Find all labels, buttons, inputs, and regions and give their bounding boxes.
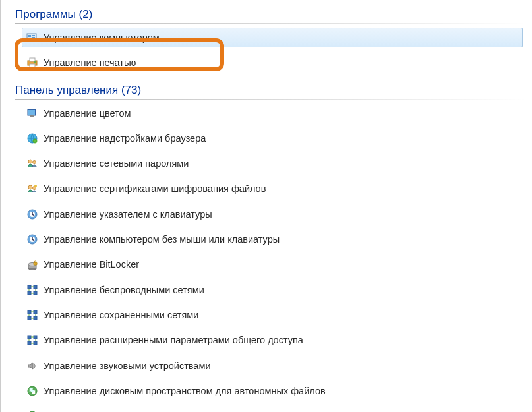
section-header-programs: Программы (2) <box>15 8 527 22</box>
svg-point-15 <box>28 160 32 163</box>
color-icon <box>26 107 38 119</box>
result-label: Управление сетевыми паролями <box>44 157 189 170</box>
svg-rect-31 <box>28 285 31 289</box>
svg-rect-10 <box>28 110 35 115</box>
sound-icon <box>26 360 38 372</box>
result-label: Управление беспроводными сетями <box>44 283 204 297</box>
saved-networks-icon <box>26 309 38 321</box>
svg-rect-48 <box>34 336 37 339</box>
result-sound-devices[interactable]: Управление звуковыми устройствами <box>22 356 523 376</box>
result-offline-files[interactable]: Управление автономными файлами <box>22 406 523 412</box>
result-saved-networks[interactable]: Управление сохраненными сетями <box>22 305 523 325</box>
result-label: Управление печатью <box>44 56 136 69</box>
svg-point-8 <box>34 61 36 63</box>
browser-addons-icon <box>26 132 38 144</box>
svg-rect-7 <box>30 64 35 67</box>
computer-mgmt-icon <box>26 32 38 44</box>
result-print-management[interactable]: Управление печатью <box>22 53 523 73</box>
result-disk-offline-files[interactable]: Управление дисковым пространством для ав… <box>22 381 523 401</box>
svg-rect-49 <box>28 341 31 345</box>
svg-rect-33 <box>28 291 31 295</box>
result-label: Управление компьютером без мыши или клав… <box>44 233 280 246</box>
certificates-icon <box>26 183 38 195</box>
result-label: Управление компьютером <box>44 31 160 44</box>
accessibility-icon <box>26 233 38 245</box>
printer-icon <box>26 57 38 69</box>
result-label: Управление звуковыми устройствами <box>44 359 210 372</box>
sharing-icon <box>26 334 38 346</box>
section-title: Программы (2) <box>15 8 92 20</box>
svg-rect-11 <box>30 115 34 117</box>
disk-space-icon <box>26 385 38 397</box>
svg-point-25 <box>30 237 31 238</box>
svg-rect-2 <box>32 35 35 36</box>
svg-rect-4 <box>30 40 34 42</box>
result-label: Управление цветом <box>44 107 131 120</box>
result-label: Управление сертификатами шифрования файл… <box>44 182 266 195</box>
result-computer-management[interactable]: Управление компьютером <box>22 28 523 47</box>
result-certificates[interactable]: Управление сертификатами шифрования файл… <box>22 179 523 198</box>
result-sharing-advanced[interactable]: Управление расширенными параметрами обще… <box>22 330 523 350</box>
result-label: Управление BitLocker <box>44 258 139 271</box>
result-label: Управление указателем с клавиатуры <box>44 208 212 221</box>
result-label: Управление автономными файлами <box>44 409 204 412</box>
svg-rect-42 <box>34 316 37 320</box>
bitlocker-icon <box>26 259 38 271</box>
svg-rect-3 <box>32 37 35 38</box>
search-results-panel: Программы (2) Управление компьютером Упр… <box>1 0 532 412</box>
svg-point-16 <box>33 161 36 164</box>
svg-point-19 <box>34 185 37 187</box>
svg-rect-47 <box>28 336 31 339</box>
section-title: Панель управления (73) <box>15 84 141 96</box>
svg-rect-34 <box>34 291 37 295</box>
wireless-icon <box>26 284 38 296</box>
svg-rect-6 <box>30 58 35 61</box>
svg-point-22 <box>30 212 31 213</box>
svg-rect-1 <box>28 35 31 37</box>
svg-rect-50 <box>34 341 37 345</box>
mouse-keyboard-icon <box>26 208 38 220</box>
control-panel-items: Управление цветом Управление надстройкам… <box>13 103 527 412</box>
result-network-passwords[interactable]: Управление сетевыми паролями <box>22 154 523 173</box>
svg-point-17 <box>28 185 32 189</box>
section-header-control-panel: Панель управления (73) <box>15 84 527 98</box>
result-label: Управление надстройками браузера <box>44 132 206 145</box>
result-label: Управление дисковым пространством для ав… <box>44 384 326 397</box>
result-wireless-networks[interactable]: Управление беспроводными сетями <box>22 280 523 300</box>
result-label: Управление сохраненными сетями <box>44 309 198 322</box>
svg-rect-40 <box>34 310 37 314</box>
svg-point-14 <box>33 139 37 143</box>
svg-rect-39 <box>28 310 31 314</box>
result-mouse-keyboard[interactable]: Управление указателем с клавиатуры <box>22 204 523 224</box>
svg-rect-32 <box>34 285 37 289</box>
result-color-management[interactable]: Управление цветом <box>22 103 523 123</box>
result-browser-addons[interactable]: Управление надстройками браузера <box>22 129 523 148</box>
result-label: Управление расширенными параметрами обще… <box>44 334 303 347</box>
svg-rect-41 <box>28 316 31 320</box>
result-accessibility[interactable]: Управление компьютером без мыши или клав… <box>22 229 523 249</box>
programs-items: Управление компьютером Управление печать… <box>13 28 527 73</box>
network-passwords-icon <box>26 158 38 169</box>
result-bitlocker[interactable]: Управление BitLocker <box>22 254 523 274</box>
